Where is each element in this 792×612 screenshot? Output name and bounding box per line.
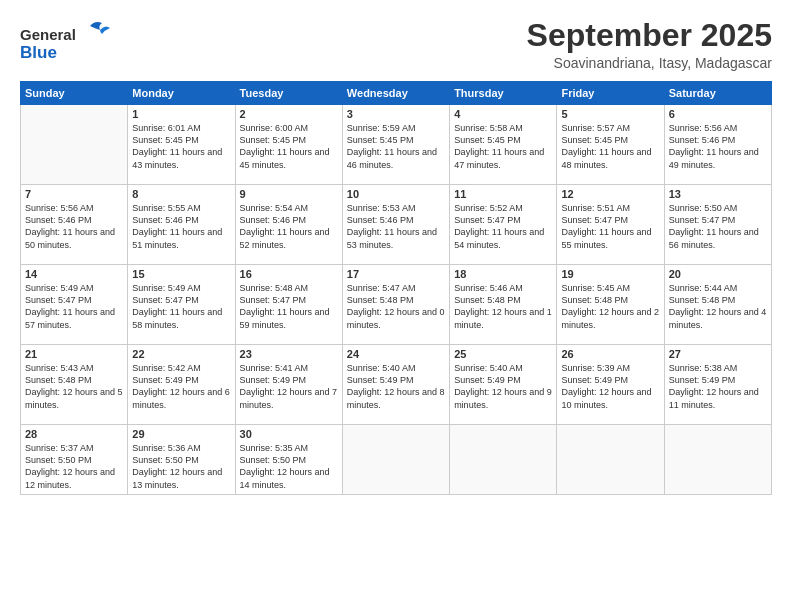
day-info: Sunrise: 5:52 AMSunset: 5:47 PMDaylight:… bbox=[454, 202, 552, 251]
table-row: 28Sunrise: 5:37 AMSunset: 5:50 PMDayligh… bbox=[21, 425, 128, 495]
table-row bbox=[557, 425, 664, 495]
day-number: 13 bbox=[669, 188, 767, 200]
header-saturday: Saturday bbox=[664, 82, 771, 105]
location-subtitle: Soavinandriana, Itasy, Madagascar bbox=[527, 55, 772, 71]
day-info: Sunrise: 5:46 AMSunset: 5:48 PMDaylight:… bbox=[454, 282, 552, 331]
table-row bbox=[21, 105, 128, 185]
page: General Blue September 2025 Soavinandria… bbox=[0, 0, 792, 612]
day-info: Sunrise: 5:41 AMSunset: 5:49 PMDaylight:… bbox=[240, 362, 338, 411]
header: General Blue September 2025 Soavinandria… bbox=[20, 18, 772, 71]
table-row bbox=[342, 425, 449, 495]
day-number: 17 bbox=[347, 268, 445, 280]
table-row: 1Sunrise: 6:01 AMSunset: 5:45 PMDaylight… bbox=[128, 105, 235, 185]
day-info: Sunrise: 5:42 AMSunset: 5:49 PMDaylight:… bbox=[132, 362, 230, 411]
table-row bbox=[450, 425, 557, 495]
day-number: 12 bbox=[561, 188, 659, 200]
table-row: 26Sunrise: 5:39 AMSunset: 5:49 PMDayligh… bbox=[557, 345, 664, 425]
day-number: 23 bbox=[240, 348, 338, 360]
header-thursday: Thursday bbox=[450, 82, 557, 105]
header-wednesday: Wednesday bbox=[342, 82, 449, 105]
table-row: 9Sunrise: 5:54 AMSunset: 5:46 PMDaylight… bbox=[235, 185, 342, 265]
day-info: Sunrise: 5:54 AMSunset: 5:46 PMDaylight:… bbox=[240, 202, 338, 251]
table-row: 2Sunrise: 6:00 AMSunset: 5:45 PMDaylight… bbox=[235, 105, 342, 185]
day-number: 5 bbox=[561, 108, 659, 120]
day-number: 26 bbox=[561, 348, 659, 360]
header-monday: Monday bbox=[128, 82, 235, 105]
day-number: 18 bbox=[454, 268, 552, 280]
day-info: Sunrise: 5:59 AMSunset: 5:45 PMDaylight:… bbox=[347, 122, 445, 171]
table-row bbox=[664, 425, 771, 495]
day-info: Sunrise: 5:35 AMSunset: 5:50 PMDaylight:… bbox=[240, 442, 338, 491]
svg-text:General: General bbox=[20, 26, 76, 43]
table-row: 14Sunrise: 5:49 AMSunset: 5:47 PMDayligh… bbox=[21, 265, 128, 345]
day-number: 14 bbox=[25, 268, 123, 280]
day-number: 9 bbox=[240, 188, 338, 200]
table-row: 20Sunrise: 5:44 AMSunset: 5:48 PMDayligh… bbox=[664, 265, 771, 345]
day-number: 6 bbox=[669, 108, 767, 120]
table-row: 5Sunrise: 5:57 AMSunset: 5:45 PMDaylight… bbox=[557, 105, 664, 185]
day-info: Sunrise: 6:00 AMSunset: 5:45 PMDaylight:… bbox=[240, 122, 338, 171]
day-number: 20 bbox=[669, 268, 767, 280]
day-info: Sunrise: 5:39 AMSunset: 5:49 PMDaylight:… bbox=[561, 362, 659, 411]
table-row: 18Sunrise: 5:46 AMSunset: 5:48 PMDayligh… bbox=[450, 265, 557, 345]
day-number: 1 bbox=[132, 108, 230, 120]
header-tuesday: Tuesday bbox=[235, 82, 342, 105]
day-info: Sunrise: 5:47 AMSunset: 5:48 PMDaylight:… bbox=[347, 282, 445, 331]
table-row: 25Sunrise: 5:40 AMSunset: 5:49 PMDayligh… bbox=[450, 345, 557, 425]
day-info: Sunrise: 5:43 AMSunset: 5:48 PMDaylight:… bbox=[25, 362, 123, 411]
table-row: 29Sunrise: 5:36 AMSunset: 5:50 PMDayligh… bbox=[128, 425, 235, 495]
table-row: 19Sunrise: 5:45 AMSunset: 5:48 PMDayligh… bbox=[557, 265, 664, 345]
day-number: 27 bbox=[669, 348, 767, 360]
day-info: Sunrise: 5:37 AMSunset: 5:50 PMDaylight:… bbox=[25, 442, 123, 491]
table-row: 13Sunrise: 5:50 AMSunset: 5:47 PMDayligh… bbox=[664, 185, 771, 265]
day-number: 29 bbox=[132, 428, 230, 440]
day-info: Sunrise: 5:51 AMSunset: 5:47 PMDaylight:… bbox=[561, 202, 659, 251]
day-number: 15 bbox=[132, 268, 230, 280]
calendar-table: Sunday Monday Tuesday Wednesday Thursday… bbox=[20, 81, 772, 495]
table-row: 21Sunrise: 5:43 AMSunset: 5:48 PMDayligh… bbox=[21, 345, 128, 425]
table-row: 6Sunrise: 5:56 AMSunset: 5:46 PMDaylight… bbox=[664, 105, 771, 185]
day-info: Sunrise: 5:36 AMSunset: 5:50 PMDaylight:… bbox=[132, 442, 230, 491]
table-row: 17Sunrise: 5:47 AMSunset: 5:48 PMDayligh… bbox=[342, 265, 449, 345]
day-info: Sunrise: 5:53 AMSunset: 5:46 PMDaylight:… bbox=[347, 202, 445, 251]
table-row: 22Sunrise: 5:42 AMSunset: 5:49 PMDayligh… bbox=[128, 345, 235, 425]
month-title: September 2025 bbox=[527, 18, 772, 53]
day-number: 16 bbox=[240, 268, 338, 280]
day-number: 7 bbox=[25, 188, 123, 200]
table-row: 15Sunrise: 5:49 AMSunset: 5:47 PMDayligh… bbox=[128, 265, 235, 345]
day-number: 4 bbox=[454, 108, 552, 120]
day-info: Sunrise: 5:45 AMSunset: 5:48 PMDaylight:… bbox=[561, 282, 659, 331]
table-row: 10Sunrise: 5:53 AMSunset: 5:46 PMDayligh… bbox=[342, 185, 449, 265]
day-number: 19 bbox=[561, 268, 659, 280]
svg-text:Blue: Blue bbox=[20, 43, 57, 62]
day-info: Sunrise: 5:49 AMSunset: 5:47 PMDaylight:… bbox=[25, 282, 123, 331]
day-info: Sunrise: 6:01 AMSunset: 5:45 PMDaylight:… bbox=[132, 122, 230, 171]
table-row: 30Sunrise: 5:35 AMSunset: 5:50 PMDayligh… bbox=[235, 425, 342, 495]
day-info: Sunrise: 5:40 AMSunset: 5:49 PMDaylight:… bbox=[347, 362, 445, 411]
day-number: 22 bbox=[132, 348, 230, 360]
table-row: 4Sunrise: 5:58 AMSunset: 5:45 PMDaylight… bbox=[450, 105, 557, 185]
header-friday: Friday bbox=[557, 82, 664, 105]
day-number: 24 bbox=[347, 348, 445, 360]
day-info: Sunrise: 5:49 AMSunset: 5:47 PMDaylight:… bbox=[132, 282, 230, 331]
day-info: Sunrise: 5:40 AMSunset: 5:49 PMDaylight:… bbox=[454, 362, 552, 411]
day-info: Sunrise: 5:56 AMSunset: 5:46 PMDaylight:… bbox=[669, 122, 767, 171]
day-number: 2 bbox=[240, 108, 338, 120]
day-number: 28 bbox=[25, 428, 123, 440]
day-info: Sunrise: 5:56 AMSunset: 5:46 PMDaylight:… bbox=[25, 202, 123, 251]
table-row: 23Sunrise: 5:41 AMSunset: 5:49 PMDayligh… bbox=[235, 345, 342, 425]
day-number: 11 bbox=[454, 188, 552, 200]
day-info: Sunrise: 5:38 AMSunset: 5:49 PMDaylight:… bbox=[669, 362, 767, 411]
day-info: Sunrise: 5:55 AMSunset: 5:46 PMDaylight:… bbox=[132, 202, 230, 251]
title-block: September 2025 Soavinandriana, Itasy, Ma… bbox=[527, 18, 772, 71]
day-number: 8 bbox=[132, 188, 230, 200]
logo-svg: General Blue bbox=[20, 18, 110, 68]
logo: General Blue bbox=[20, 18, 110, 68]
day-number: 21 bbox=[25, 348, 123, 360]
day-number: 10 bbox=[347, 188, 445, 200]
table-row: 16Sunrise: 5:48 AMSunset: 5:47 PMDayligh… bbox=[235, 265, 342, 345]
day-number: 30 bbox=[240, 428, 338, 440]
day-number: 25 bbox=[454, 348, 552, 360]
header-sunday: Sunday bbox=[21, 82, 128, 105]
table-row: 12Sunrise: 5:51 AMSunset: 5:47 PMDayligh… bbox=[557, 185, 664, 265]
